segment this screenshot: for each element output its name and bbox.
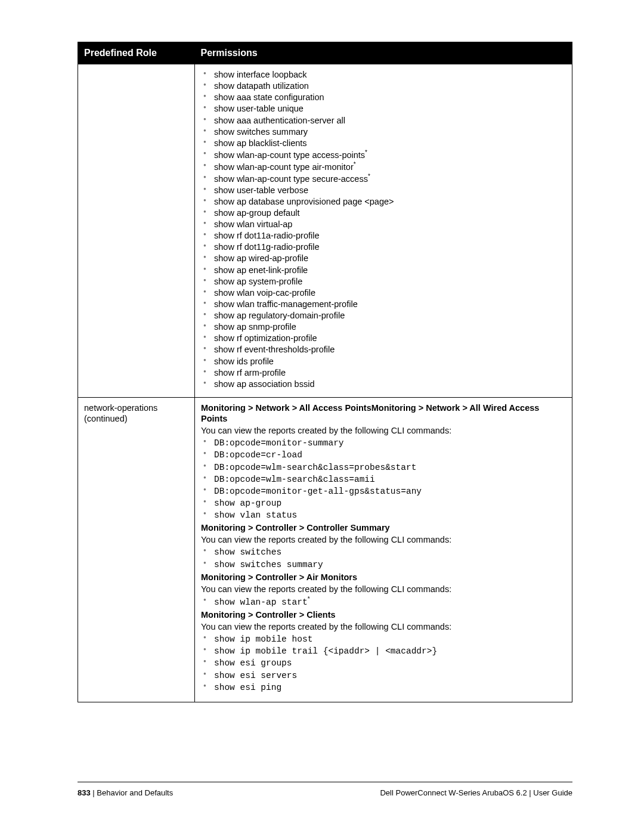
command-item: show rf arm-profile [214, 367, 566, 379]
command-item: show rf event-thresholds-profile [214, 344, 566, 355]
command-item: show rf optimization-profile [214, 333, 566, 344]
command-item: show ap-group default [214, 208, 566, 219]
command-list: show interface loopbackshow datapath uti… [201, 69, 566, 390]
section-heading: Monitoring > Controller > Air Monitors [201, 572, 566, 583]
command-item: show wlan-ap-count type access-points* [214, 149, 566, 161]
page-footer: 833 | Behavior and Defaults Dell PowerCo… [78, 782, 572, 797]
command-item: show user-table verbose [214, 185, 566, 196]
footer-right: Dell PowerConnect W-Series ArubaOS 6.2 |… [380, 788, 572, 797]
role-cell-network-operations: network-operations (continued) [78, 397, 195, 702]
section-block: Monitoring > Controller > ClientsYou can… [201, 609, 566, 693]
command-item: show ap association bssid [214, 379, 566, 390]
command-list: DB:opcode=monitor-summaryDB:opcode=cr-lo… [201, 437, 566, 521]
command-item: DB:opcode=cr-load [214, 449, 566, 461]
command-item: DB:opcode=monitor-get-all-gps&status=any [214, 485, 566, 497]
command-item: show ap regulatory-domain-profile [214, 310, 566, 321]
command-item: show rf dot11g-radio-profile [214, 241, 566, 253]
footer-left: 833 | Behavior and Defaults [78, 788, 173, 797]
section-intro: You can view the reports created by the … [201, 584, 566, 594]
command-item: show esi ping [214, 682, 566, 693]
command-item: show esi groups [214, 657, 566, 669]
command-item: show ap snmp-profile [214, 321, 566, 333]
command-item: show switches summary [214, 559, 566, 571]
command-item: DB:opcode=wlm-search&class=probes&start [214, 462, 566, 473]
command-list: show ip mobile hostshow ip mobile trail … [201, 633, 566, 693]
command-list: show wlan-ap start* [201, 596, 566, 608]
command-item: show wlan voip-cac-profile [214, 287, 566, 299]
command-list: show switchesshow switches summary [201, 546, 566, 570]
section-heading: Monitoring > Network > All Access Points… [201, 402, 566, 424]
command-item: DB:opcode=wlm-search&class=amii [214, 473, 566, 485]
command-item: show aaa state configuration [214, 92, 566, 103]
command-item: show ip mobile trail {<ipaddr> | <macadd… [214, 645, 566, 657]
section-block: Monitoring > Network > All Access Points… [201, 402, 566, 521]
table-row: network-operations (continued) Monitorin… [78, 397, 572, 702]
command-item: show ap system-profile [214, 276, 566, 287]
section-intro: You can view the reports created by the … [201, 534, 566, 545]
command-item: show vlan status [214, 509, 566, 521]
command-item: show switches [214, 546, 566, 558]
command-item: show esi servers [214, 670, 566, 682]
footer-section: Behavior and Defaults [97, 788, 173, 797]
command-item: show interface loopback [214, 69, 566, 80]
command-item: show wlan virtual-ap [214, 219, 566, 230]
footer-sep2: | [527, 788, 534, 797]
command-item: show wlan-ap start* [214, 596, 566, 608]
command-item: show datapath utilization [214, 80, 566, 92]
command-item: show ap database unprovisioned page <pag… [214, 196, 566, 208]
command-item: show ap enet-link-profile [214, 265, 566, 276]
command-item: show wlan-ap-count type secure-access* [214, 173, 566, 185]
section-intro: You can view the reports created by the … [201, 621, 566, 632]
section-heading: Monitoring > Controller > Controller Sum… [201, 522, 566, 533]
page-number: 833 [78, 788, 91, 797]
command-item: DB:opcode=monitor-summary [214, 437, 566, 449]
permissions-table: Predefined Role Permissions show interfa… [78, 42, 572, 702]
command-item: show wlan traffic-management-profile [214, 299, 566, 310]
header-predefined-role: Predefined Role [78, 42, 195, 64]
command-item: show ap blacklist-clients [214, 138, 566, 149]
header-permissions: Permissions [195, 42, 572, 64]
command-item: show ap wired-ap-profile [214, 253, 566, 264]
role-cell-empty [78, 64, 195, 398]
command-item: show ap-group [214, 497, 566, 509]
permissions-cell-1: show interface loopbackshow datapath uti… [195, 64, 572, 398]
footer-doc: User Guide [533, 788, 572, 797]
section-block: Monitoring > Controller > Air MonitorsYo… [201, 572, 566, 608]
command-item: show user-table unique [214, 103, 566, 114]
section-intro: You can view the reports created by the … [201, 425, 566, 436]
command-item: show switches summary [214, 126, 566, 138]
command-item: show aaa authentication-server all [214, 115, 566, 126]
page-container: Predefined Role Permissions show interfa… [0, 0, 644, 833]
command-item: show rf dot11a-radio-profile [214, 230, 566, 241]
footer-sep: | [91, 788, 97, 797]
section-heading: Monitoring > Controller > Clients [201, 609, 566, 620]
table-header-row: Predefined Role Permissions [78, 42, 572, 64]
command-item: show ip mobile host [214, 633, 566, 645]
footer-product: Dell PowerConnect W-Series ArubaOS 6.2 [380, 788, 527, 797]
command-item: show wlan-ap-count type air-monitor* [214, 161, 566, 173]
table-row: show interface loopbackshow datapath uti… [78, 64, 572, 398]
command-item: show ids profile [214, 356, 566, 367]
section-block: Monitoring > Controller > Controller Sum… [201, 522, 566, 571]
permissions-cell-2: Monitoring > Network > All Access Points… [195, 397, 572, 702]
